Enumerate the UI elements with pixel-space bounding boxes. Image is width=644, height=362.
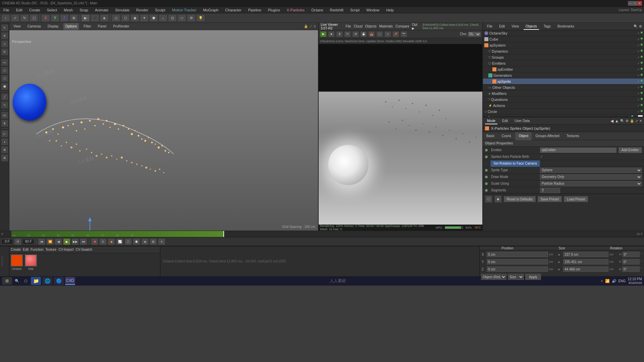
btn-xp4[interactable]: ⊞: [150, 238, 157, 245]
lv-btn-cam[interactable]: 📷: [400, 31, 407, 37]
sb-key[interactable]: ⬧: [1, 138, 8, 145]
tool-obj2[interactable]: ⬡: [121, 14, 130, 22]
start-btn[interactable]: ⊞: [2, 277, 12, 285]
btn-xp5[interactable]: ≡: [158, 238, 165, 245]
lv-menu-cloud[interactable]: Cloud: [354, 24, 362, 28]
taskbar-chrome[interactable]: 🔵: [54, 277, 64, 285]
tool-z[interactable]: Z: [60, 14, 69, 22]
obj-actions[interactable]: ⚡ Actions ✓: [483, 103, 644, 109]
mat-texture[interactable]: Texture: [46, 248, 57, 251]
btn-goto-start[interactable]: ⏮: [38, 238, 45, 245]
vp-icon-close[interactable]: ✕: [313, 24, 316, 28]
props-tab-edit[interactable]: Edit: [500, 118, 510, 124]
menu-pipeline[interactable]: Pipeline: [247, 8, 263, 12]
obj-tab-tags[interactable]: Tags: [542, 23, 553, 30]
tray-network[interactable]: 📶: [605, 279, 610, 283]
obj-generators[interactable]: Generators ✓: [483, 72, 644, 78]
tool-render2[interactable]: ⬛: [91, 14, 99, 22]
loop-btn[interactable]: ↺: [14, 238, 21, 245]
obj-octanesky[interactable]: OctaneSky ✓: [483, 30, 644, 36]
lv-btn-export[interactable]: 📤: [368, 31, 375, 37]
taskbar-explorer[interactable]: 📁: [31, 277, 41, 285]
liveviewer-bottom-canvas[interactable]: 人人素材 人人素材: [319, 92, 482, 225]
menu-window[interactable]: Window: [365, 8, 381, 12]
menu-character[interactable]: Character: [224, 8, 243, 12]
vp-icon-expand[interactable]: ⤢: [309, 24, 312, 28]
size-mode-select[interactable]: Size Scale: [508, 274, 524, 280]
tool-obj3[interactable]: ◉: [130, 14, 139, 22]
sb-uv[interactable]: UV: [1, 112, 8, 119]
obj-cube[interactable]: ▢ Cube ✓: [483, 36, 644, 42]
btn-xp2[interactable]: ⬢: [133, 238, 140, 245]
ptab-groups[interactable]: Groups Affected: [532, 132, 563, 140]
timeline-ruler[interactable]: 10 20 30 40 50 60 70 80 90: [11, 231, 635, 237]
scale-radio[interactable]: [485, 182, 488, 185]
sb-poly2[interactable]: ◇: [1, 67, 8, 74]
menu-help[interactable]: Help: [385, 8, 395, 12]
lv-btn-save[interactable]: 💾: [360, 31, 367, 37]
btn-xp3[interactable]: ◈: [141, 238, 149, 245]
mat-function[interactable]: Function: [31, 248, 43, 251]
props-search[interactable]: 🔍: [620, 119, 624, 123]
tray-sound[interactable]: 🔊: [612, 279, 616, 283]
mat-edit[interactable]: Edit: [23, 248, 29, 251]
obj-xpemitter[interactable]: xpEmitter ✓: [483, 66, 644, 72]
mat-octane[interactable]: Octane: [11, 254, 23, 270]
menu-script[interactable]: Script: [349, 8, 361, 12]
props-arrow-left[interactable]: ◀: [610, 119, 613, 123]
lv-menu-compare[interactable]: Compare: [395, 24, 409, 28]
close-btn[interactable]: ✕: [637, 1, 642, 6]
sb-spline2[interactable]: ∿: [1, 101, 8, 109]
emitter-radio[interactable]: [485, 149, 488, 152]
tool-obj7[interactable]: ⊡: [168, 14, 177, 22]
obj-dynamics[interactable]: ▽ Dynamics ✓: [483, 48, 644, 54]
menu-create[interactable]: Create: [28, 8, 42, 12]
apply-btn[interactable]: Apply: [525, 274, 541, 280]
tool-obj10[interactable]: 💡: [196, 14, 205, 22]
rot-h-input[interactable]: [623, 252, 640, 257]
menu-plugins[interactable]: Plugins: [267, 8, 281, 12]
taskbar-ie[interactable]: 🌐: [42, 277, 52, 285]
obj-search-icon[interactable]: 🔍: [634, 24, 638, 28]
draw-mode-radio[interactable]: [485, 176, 488, 178]
minimize-btn[interactable]: ─: [628, 1, 633, 6]
sb-link[interactable]: ⊗: [1, 146, 8, 154]
tray-caret[interactable]: ∧: [601, 279, 603, 283]
menu-edit[interactable]: Edit: [15, 8, 24, 12]
vp-tab-panel[interactable]: Panel: [96, 23, 109, 30]
obj-tab-edit[interactable]: Edit: [497, 23, 507, 30]
maximize-btn[interactable]: □: [633, 1, 637, 6]
pos-z-input[interactable]: [487, 266, 548, 272]
taskbar-c4d[interactable]: C4D: [65, 277, 75, 285]
pos-x-input[interactable]: [487, 252, 548, 257]
lv-btn-pause[interactable]: ⏸: [336, 31, 343, 37]
taskbar-search[interactable]: 🔍: [13, 277, 21, 285]
add-emitter-btn[interactable]: Add Emitter: [619, 147, 642, 153]
sb-poly3[interactable]: ⬡: [1, 75, 8, 82]
lv-menu-file[interactable]: File: [345, 24, 351, 28]
tool-obj1[interactable]: ◻: [112, 14, 120, 22]
menu-select[interactable]: Select: [46, 8, 59, 12]
menu-octane[interactable]: Octane: [310, 8, 324, 12]
sb-spline1[interactable]: ╱: [1, 93, 8, 101]
tool-world[interactable]: ⊞: [69, 14, 78, 22]
tool-obj5[interactable]: ⬣: [149, 14, 158, 22]
lv-btn-region[interactable]: ⬚: [376, 31, 383, 37]
reset-defaults-btn[interactable]: Reset to Defaults: [504, 196, 536, 202]
pos-z-arrow[interactable]: ▲: [557, 267, 560, 271]
lv-btn-settings[interactable]: ⚙: [352, 31, 359, 37]
tool-rotate[interactable]: ↻: [20, 14, 29, 22]
props-expand[interactable]: ⤢: [635, 119, 638, 123]
sprite-type-select[interactable]: Sphere Box Cylinder: [540, 168, 642, 173]
sb-scale[interactable]: ⤡: [1, 40, 8, 48]
vp-icon-lock[interactable]: 🔒: [304, 24, 308, 28]
tool-obj8[interactable]: ⬭: [177, 14, 186, 22]
menu-motion-tracker[interactable]: Motion Tracker: [171, 8, 198, 12]
menu-file[interactable]: File: [2, 8, 11, 12]
pos-y-input[interactable]: [487, 259, 548, 264]
lv-btn-stop[interactable]: ■: [328, 31, 335, 37]
obj-groups[interactable]: ▽ Groups ✓: [483, 54, 644, 60]
pos-y-arrow[interactable]: ▲: [557, 260, 560, 263]
obj-tab-view[interactable]: View: [509, 23, 521, 30]
btn-play-back[interactable]: ◀: [55, 238, 62, 245]
